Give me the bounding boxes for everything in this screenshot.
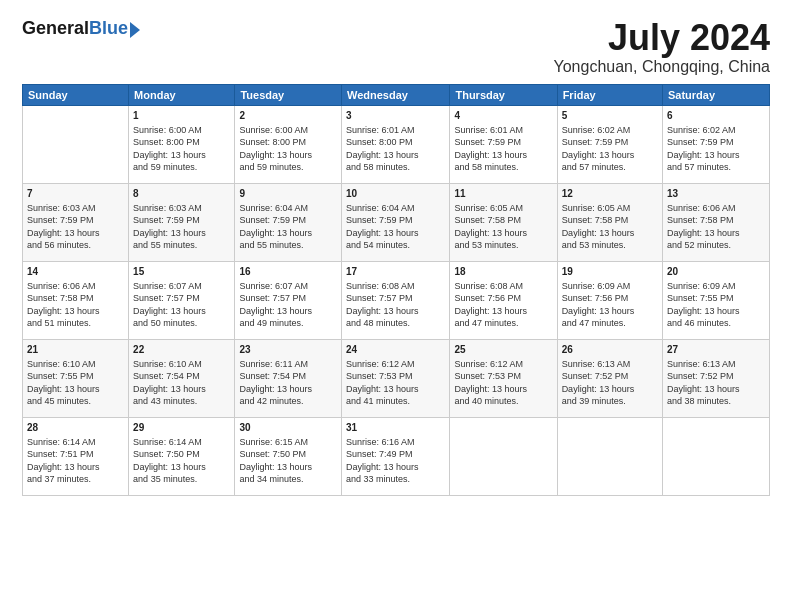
calendar-cell: 29Sunrise: 6:14 AM Sunset: 7:50 PM Dayli…: [129, 417, 235, 495]
calendar-cell: 31Sunrise: 6:16 AM Sunset: 7:49 PM Dayli…: [341, 417, 449, 495]
calendar-cell: 20Sunrise: 6:09 AM Sunset: 7:55 PM Dayli…: [663, 261, 770, 339]
day-number: 12: [562, 187, 658, 201]
day-number: 18: [454, 265, 552, 279]
day-number: 30: [239, 421, 337, 435]
day-number: 14: [27, 265, 124, 279]
calendar-cell: 7Sunrise: 6:03 AM Sunset: 7:59 PM Daylig…: [23, 183, 129, 261]
day-number: 4: [454, 109, 552, 123]
day-number: 9: [239, 187, 337, 201]
calendar-cell: 14Sunrise: 6:06 AM Sunset: 7:58 PM Dayli…: [23, 261, 129, 339]
logo-general-text: General: [22, 18, 89, 39]
cell-content: Sunrise: 6:15 AM Sunset: 7:50 PM Dayligh…: [239, 436, 337, 486]
day-number: 2: [239, 109, 337, 123]
cell-content: Sunrise: 6:11 AM Sunset: 7:54 PM Dayligh…: [239, 358, 337, 408]
calendar-cell: 11Sunrise: 6:05 AM Sunset: 7:58 PM Dayli…: [450, 183, 557, 261]
day-number: 21: [27, 343, 124, 357]
cell-content: Sunrise: 6:09 AM Sunset: 7:55 PM Dayligh…: [667, 280, 765, 330]
calendar-cell: 5Sunrise: 6:02 AM Sunset: 7:59 PM Daylig…: [557, 105, 662, 183]
calendar-cell: 3Sunrise: 6:01 AM Sunset: 8:00 PM Daylig…: [341, 105, 449, 183]
calendar-cell: [557, 417, 662, 495]
col-header-tuesday: Tuesday: [235, 84, 342, 105]
col-header-wednesday: Wednesday: [341, 84, 449, 105]
day-number: 1: [133, 109, 230, 123]
calendar-table: SundayMondayTuesdayWednesdayThursdayFrid…: [22, 84, 770, 496]
cell-content: Sunrise: 6:02 AM Sunset: 7:59 PM Dayligh…: [667, 124, 765, 174]
page: General Blue July 2024 Yongchuan, Chongq…: [0, 0, 792, 612]
day-number: 11: [454, 187, 552, 201]
day-number: 16: [239, 265, 337, 279]
logo-blue-text: Blue: [89, 18, 128, 39]
cell-content: Sunrise: 6:00 AM Sunset: 8:00 PM Dayligh…: [239, 124, 337, 174]
calendar-cell: 15Sunrise: 6:07 AM Sunset: 7:57 PM Dayli…: [129, 261, 235, 339]
month-title: July 2024: [554, 18, 770, 58]
week-row-4: 21Sunrise: 6:10 AM Sunset: 7:55 PM Dayli…: [23, 339, 770, 417]
calendar-cell: [663, 417, 770, 495]
calendar-cell: 10Sunrise: 6:04 AM Sunset: 7:59 PM Dayli…: [341, 183, 449, 261]
day-number: 15: [133, 265, 230, 279]
cell-content: Sunrise: 6:14 AM Sunset: 7:51 PM Dayligh…: [27, 436, 124, 486]
calendar-cell: 4Sunrise: 6:01 AM Sunset: 7:59 PM Daylig…: [450, 105, 557, 183]
calendar-cell: 12Sunrise: 6:05 AM Sunset: 7:58 PM Dayli…: [557, 183, 662, 261]
col-header-sunday: Sunday: [23, 84, 129, 105]
day-number: 22: [133, 343, 230, 357]
cell-content: Sunrise: 6:06 AM Sunset: 7:58 PM Dayligh…: [27, 280, 124, 330]
calendar-cell: 19Sunrise: 6:09 AM Sunset: 7:56 PM Dayli…: [557, 261, 662, 339]
cell-content: Sunrise: 6:14 AM Sunset: 7:50 PM Dayligh…: [133, 436, 230, 486]
cell-content: Sunrise: 6:13 AM Sunset: 7:52 PM Dayligh…: [667, 358, 765, 408]
day-number: 8: [133, 187, 230, 201]
day-number: 5: [562, 109, 658, 123]
cell-content: Sunrise: 6:07 AM Sunset: 7:57 PM Dayligh…: [239, 280, 337, 330]
calendar-cell: 9Sunrise: 6:04 AM Sunset: 7:59 PM Daylig…: [235, 183, 342, 261]
cell-content: Sunrise: 6:01 AM Sunset: 7:59 PM Dayligh…: [454, 124, 552, 174]
calendar-cell: 28Sunrise: 6:14 AM Sunset: 7:51 PM Dayli…: [23, 417, 129, 495]
calendar-cell: 13Sunrise: 6:06 AM Sunset: 7:58 PM Dayli…: [663, 183, 770, 261]
cell-content: Sunrise: 6:07 AM Sunset: 7:57 PM Dayligh…: [133, 280, 230, 330]
location: Yongchuan, Chongqing, China: [554, 58, 770, 76]
day-number: 6: [667, 109, 765, 123]
header-row: SundayMondayTuesdayWednesdayThursdayFrid…: [23, 84, 770, 105]
logo: General Blue: [22, 18, 140, 39]
cell-content: Sunrise: 6:12 AM Sunset: 7:53 PM Dayligh…: [346, 358, 445, 408]
calendar-cell: 23Sunrise: 6:11 AM Sunset: 7:54 PM Dayli…: [235, 339, 342, 417]
calendar-cell: 24Sunrise: 6:12 AM Sunset: 7:53 PM Dayli…: [341, 339, 449, 417]
calendar-cell: 26Sunrise: 6:13 AM Sunset: 7:52 PM Dayli…: [557, 339, 662, 417]
cell-content: Sunrise: 6:09 AM Sunset: 7:56 PM Dayligh…: [562, 280, 658, 330]
col-header-saturday: Saturday: [663, 84, 770, 105]
calendar-cell: 27Sunrise: 6:13 AM Sunset: 7:52 PM Dayli…: [663, 339, 770, 417]
week-row-2: 7Sunrise: 6:03 AM Sunset: 7:59 PM Daylig…: [23, 183, 770, 261]
day-number: 25: [454, 343, 552, 357]
day-number: 31: [346, 421, 445, 435]
cell-content: Sunrise: 6:00 AM Sunset: 8:00 PM Dayligh…: [133, 124, 230, 174]
day-number: 19: [562, 265, 658, 279]
cell-content: Sunrise: 6:02 AM Sunset: 7:59 PM Dayligh…: [562, 124, 658, 174]
calendar-cell: 22Sunrise: 6:10 AM Sunset: 7:54 PM Dayli…: [129, 339, 235, 417]
day-number: 7: [27, 187, 124, 201]
cell-content: Sunrise: 6:08 AM Sunset: 7:56 PM Dayligh…: [454, 280, 552, 330]
day-number: 13: [667, 187, 765, 201]
calendar-cell: [450, 417, 557, 495]
calendar-cell: 8Sunrise: 6:03 AM Sunset: 7:59 PM Daylig…: [129, 183, 235, 261]
calendar-cell: 1Sunrise: 6:00 AM Sunset: 8:00 PM Daylig…: [129, 105, 235, 183]
cell-content: Sunrise: 6:08 AM Sunset: 7:57 PM Dayligh…: [346, 280, 445, 330]
day-number: 24: [346, 343, 445, 357]
col-header-monday: Monday: [129, 84, 235, 105]
cell-content: Sunrise: 6:16 AM Sunset: 7:49 PM Dayligh…: [346, 436, 445, 486]
col-header-thursday: Thursday: [450, 84, 557, 105]
day-number: 28: [27, 421, 124, 435]
cell-content: Sunrise: 6:13 AM Sunset: 7:52 PM Dayligh…: [562, 358, 658, 408]
calendar-cell: [23, 105, 129, 183]
cell-content: Sunrise: 6:01 AM Sunset: 8:00 PM Dayligh…: [346, 124, 445, 174]
calendar-cell: 18Sunrise: 6:08 AM Sunset: 7:56 PM Dayli…: [450, 261, 557, 339]
cell-content: Sunrise: 6:04 AM Sunset: 7:59 PM Dayligh…: [239, 202, 337, 252]
day-number: 29: [133, 421, 230, 435]
cell-content: Sunrise: 6:05 AM Sunset: 7:58 PM Dayligh…: [562, 202, 658, 252]
cell-content: Sunrise: 6:10 AM Sunset: 7:54 PM Dayligh…: [133, 358, 230, 408]
cell-content: Sunrise: 6:04 AM Sunset: 7:59 PM Dayligh…: [346, 202, 445, 252]
title-block: July 2024 Yongchuan, Chongqing, China: [554, 18, 770, 76]
calendar-cell: 21Sunrise: 6:10 AM Sunset: 7:55 PM Dayli…: [23, 339, 129, 417]
cell-content: Sunrise: 6:10 AM Sunset: 7:55 PM Dayligh…: [27, 358, 124, 408]
day-number: 23: [239, 343, 337, 357]
calendar-cell: 17Sunrise: 6:08 AM Sunset: 7:57 PM Dayli…: [341, 261, 449, 339]
calendar-cell: 30Sunrise: 6:15 AM Sunset: 7:50 PM Dayli…: [235, 417, 342, 495]
week-row-1: 1Sunrise: 6:00 AM Sunset: 8:00 PM Daylig…: [23, 105, 770, 183]
